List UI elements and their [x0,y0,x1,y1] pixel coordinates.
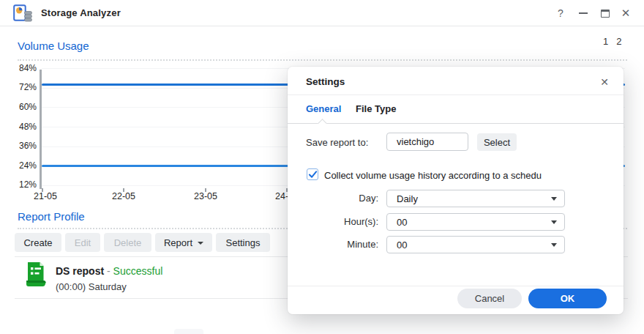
storage-analyzer-app-icon [13,4,33,22]
y-axis-label: 12% [9,179,37,190]
page-1-button[interactable]: 1 [603,36,608,47]
section-title-report-profile: Report Profile [18,210,85,223]
hours-select-value: 00 [397,217,407,228]
tab-general[interactable]: General [306,103,341,114]
edit-button[interactable]: Edit [65,233,100,252]
settings-button-label: Settings [226,237,261,248]
y-axis-label: 72% [9,82,37,92]
select-button-label: Select [484,137,510,148]
report-schedule: (00:00) Saturday [56,281,127,292]
x-axis-label: 22-05 [108,191,140,201]
day-label: Day: [305,193,378,204]
hours-select[interactable]: 00 [386,213,565,231]
settings-dialog: Settings ✕ General File Type Save report… [288,67,624,314]
chevron-down-icon [198,242,203,245]
create-button-label: Create [23,237,52,248]
minute-select-value: 00 [397,240,407,250]
tab-divider [288,123,624,124]
minute-label: Minute: [305,239,378,250]
hours-label: Hour(s): [305,216,378,227]
day-select-value: Daily [397,193,418,204]
edit-button-label: Edit [75,237,91,248]
y-axis-label: 24% [9,160,37,171]
schedule-checkbox-label: Collect volume usage history according t… [324,170,542,181]
pagination: 1 2 [603,36,621,47]
minimize-icon[interactable] [576,6,591,21]
tab-file-type[interactable]: File Type [356,103,396,114]
section-divider [18,59,627,61]
report-item-title: DS repost - Successful [56,265,162,277]
app-window: Storage Analyzer ? ✕ 1 2 Volume Usage 84… [0,0,644,334]
dialog-header-divider [288,94,624,95]
x-axis-label: 21-05 [29,191,61,201]
chevron-down-icon [551,243,557,247]
report-name: DS repost [56,265,104,277]
help-icon[interactable]: ? [553,6,568,21]
checkmark-icon [308,170,318,179]
report-button-label: Report [164,237,192,248]
delete-button-label: Delete [114,237,142,248]
section-title-volume-usage: Volume Usage [18,40,89,52]
ok-button[interactable]: OK [528,289,607,308]
x-axis-label: 23-05 [190,191,222,201]
close-icon[interactable]: ✕ [618,6,633,21]
minute-select[interactable]: 00 [386,236,565,253]
y-axis-label: 48% [9,122,37,132]
y-axis-label: 60% [9,102,37,112]
active-tab-notch [318,119,327,128]
chevron-down-icon [551,220,557,224]
report-dash: - [107,265,111,277]
window-title: Storage Analyzer [41,7,121,18]
y-axis-label: 84% [9,63,37,73]
titlebar: Storage Analyzer ? ✕ [0,0,644,26]
report-menu-button[interactable]: Report [155,233,212,252]
dialog-footer-divider [288,286,624,286]
y-axis-label: 36% [9,141,37,151]
save-report-input[interactable] [386,133,468,151]
report-document-icon [25,261,46,288]
maximize-icon[interactable] [598,6,613,21]
day-select[interactable]: Daily [386,190,565,207]
cancel-button[interactable]: Cancel [457,289,522,308]
dialog-close-icon[interactable]: ✕ [596,74,613,90]
page-2-button[interactable]: 2 [616,36,621,47]
schedule-checkbox[interactable] [307,168,318,180]
bottom-partial-element [174,329,203,334]
report-status: Successful [113,265,163,277]
delete-button[interactable]: Delete [104,233,151,252]
create-button[interactable]: Create [15,233,61,252]
select-button[interactable]: Select [477,133,517,151]
settings-button[interactable]: Settings [216,233,270,252]
save-report-label: Save report to: [306,137,368,148]
chevron-down-icon [551,197,557,201]
dialog-title: Settings [306,76,345,87]
